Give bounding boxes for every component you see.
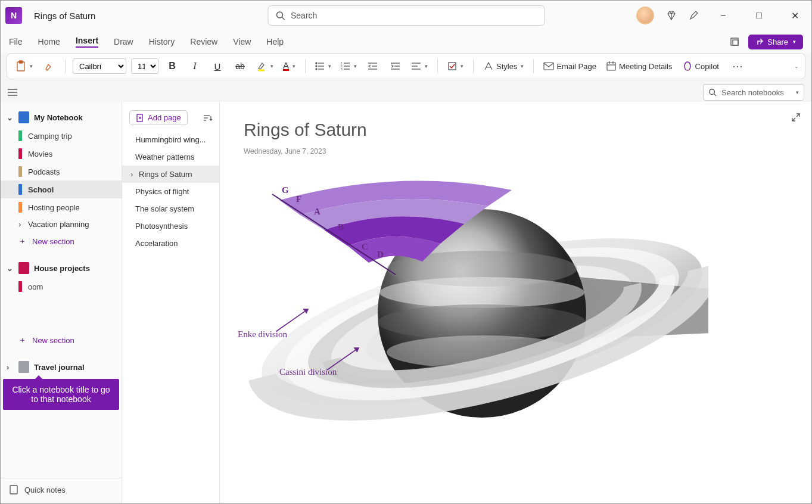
meeting-details-button[interactable]: Meeting Details (603, 58, 675, 74)
paste-button[interactable]: ▾ (13, 58, 35, 74)
user-avatar[interactable] (636, 7, 654, 24)
expand-icon[interactable] (791, 113, 801, 122)
section-vacation-planning[interactable]: ›Vacation planning (1, 216, 122, 232)
page-item[interactable]: Photosynthesis (122, 217, 219, 235)
sort-icon[interactable] (203, 114, 212, 122)
section-color-icon (18, 184, 22, 195)
page-item[interactable]: Hummingbird wing... (122, 131, 219, 148)
search-notebooks-input[interactable]: Search notebooks ▾ (703, 84, 804, 101)
svg-rect-39 (10, 486, 17, 494)
notebook-icon (18, 111, 29, 123)
diamond-icon[interactable] (666, 10, 677, 21)
menu-draw[interactable]: Draw (114, 37, 133, 46)
notebook-header-house-projects[interactable]: ⌄ House projects (1, 259, 122, 278)
font-name-select[interactable]: Cailbri (73, 58, 126, 74)
brush-icon (43, 61, 54, 71)
page-content[interactable]: Rings of Saturn Wednesday, June 7, 2023 (220, 102, 811, 503)
font-color-button[interactable]: A ▾ (281, 60, 298, 73)
hamburger-icon[interactable] (8, 88, 17, 97)
highlight-button[interactable]: ▾ (254, 58, 276, 74)
clipboard-icon (15, 60, 26, 72)
annotation-cassini: Cassini division (279, 367, 337, 377)
page-item-active[interactable]: Rings of Saturn (122, 166, 219, 183)
more-button[interactable]: ⋯ (729, 58, 746, 74)
italic-button[interactable]: I (186, 58, 204, 74)
page-item[interactable]: Physics of flight (122, 183, 219, 200)
menu-file[interactable]: File (9, 37, 23, 46)
share-button[interactable]: Share ▾ (748, 35, 803, 49)
section-color-icon (18, 148, 22, 159)
menubar-right: Share ▾ (729, 35, 803, 49)
titlebar-right: − □ ✕ (636, 7, 807, 24)
page-item[interactable]: The solar system (122, 200, 219, 217)
numbered-list-button[interactable]: 123 ▾ (338, 60, 359, 73)
bullets-icon (315, 62, 325, 70)
maximize-button[interactable]: □ (747, 7, 771, 24)
outdent-icon (368, 62, 378, 70)
new-section-button-2[interactable]: ＋New section (1, 331, 122, 349)
annotation-ring-d: D (377, 250, 384, 260)
strikethrough-button[interactable]: ab (231, 58, 249, 74)
chevron-down-icon: ▾ (270, 63, 273, 69)
quick-notes-button[interactable]: Quick notes (1, 478, 122, 501)
checkbox-icon (447, 61, 457, 71)
align-button[interactable]: ▾ (409, 60, 430, 73)
chevron-down-icon: ▾ (521, 63, 524, 69)
bold-button[interactable]: B (163, 58, 181, 74)
notebook-header-travel-journal[interactable]: › Travel journal (1, 357, 122, 377)
fullscreen-icon[interactable] (729, 36, 740, 47)
page-item[interactable]: Weather patterns (122, 148, 219, 166)
indent-button[interactable] (387, 58, 405, 74)
calendar-icon (606, 61, 617, 71)
chevron-down-icon: ▾ (328, 63, 331, 69)
section-school[interactable]: School (1, 181, 122, 198)
section-podcasts[interactable]: Podcasts (1, 163, 122, 181)
search-box[interactable]: Search (267, 5, 545, 26)
svg-point-0 (276, 12, 282, 18)
notebook-icon (18, 361, 29, 373)
font-color-icon: A (283, 62, 289, 71)
menu-view[interactable]: View (233, 37, 251, 46)
document-title: Rings of Saturn (34, 11, 95, 21)
section-camping-trip[interactable]: Camping trip (1, 127, 122, 145)
section-movies[interactable]: Movies (1, 145, 122, 163)
section-oom[interactable]: oom (1, 278, 122, 295)
menu-help[interactable]: Help (266, 37, 284, 46)
ribbon-collapse-icon[interactable]: ⌄ (794, 63, 799, 69)
email-page-button[interactable]: Email Page (541, 60, 598, 73)
styles-button[interactable]: Styles ▾ (481, 58, 526, 74)
share-icon (755, 38, 764, 46)
underline-button[interactable]: U (209, 58, 226, 74)
outdent-button[interactable] (364, 58, 382, 74)
svg-rect-30 (607, 63, 615, 70)
new-section-button[interactable]: ＋New section (1, 232, 122, 250)
page-item[interactable]: Accelaration (122, 235, 219, 252)
close-button[interactable]: ✕ (783, 7, 807, 24)
font-size-select[interactable]: 11 (131, 58, 158, 74)
app-icon: N (5, 7, 22, 24)
page-title[interactable]: Rings of Saturn (244, 120, 788, 140)
ribbon: ▾ Cailbri 11 B I U ab ▾ A ▾ ▾ 123 ▾ ▾ ▾ (7, 53, 805, 79)
page-date: Wednesday, June 7, 2023 (244, 147, 788, 155)
pen-icon[interactable] (689, 10, 699, 21)
section-hosting-people[interactable]: Hosting people (1, 198, 122, 216)
format-painter-button[interactable] (40, 58, 58, 74)
chevron-right-icon: › (18, 220, 22, 229)
chevron-right-icon: › (7, 363, 14, 372)
section-color-icon (18, 130, 22, 141)
notebook-header-my-notebook[interactable]: ⌄ My Notebook (1, 108, 122, 127)
svg-point-53 (379, 277, 584, 308)
saturn-svg (244, 173, 708, 447)
main-area: ⌄ My Notebook Camping trip Movies Podcas… (1, 102, 811, 503)
menu-review[interactable]: Review (190, 37, 217, 46)
copilot-button[interactable]: Copilot (680, 58, 721, 74)
menu-home[interactable]: Home (38, 37, 60, 46)
bullet-list-button[interactable]: ▾ (313, 60, 334, 73)
menu-insert[interactable]: Insert (76, 36, 98, 48)
add-page-button[interactable]: Add page (129, 110, 188, 125)
todo-tag-button[interactable]: ▾ (445, 59, 466, 73)
svg-line-38 (714, 94, 717, 97)
menu-history[interactable]: History (149, 37, 175, 46)
minimize-button[interactable]: − (711, 7, 735, 24)
plus-icon: ＋ (18, 335, 26, 346)
